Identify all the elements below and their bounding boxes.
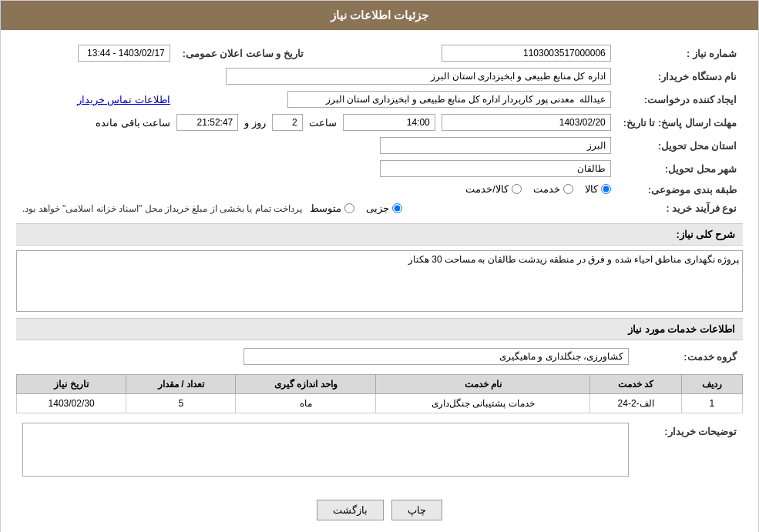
gorohe-khadamat-table: گروه خدمت:	[16, 345, 743, 368]
ostan-input[interactable]	[380, 137, 611, 154]
radio-kala: کالا	[585, 183, 611, 195]
page-title: جزئیات اطلاعات نیاز	[331, 8, 428, 22]
ostan-label: استان محل تحویل:	[617, 134, 743, 157]
radio-khadamat: خدمت	[533, 183, 573, 195]
tarikh-value	[16, 42, 176, 65]
row-ijad-konande: ایجاد کننده درخواست: اطلاعات تماس خریدار	[16, 88, 743, 111]
sharh-kolli-section: شرح کلی نیاز:	[16, 223, 743, 312]
print-button[interactable]: چاپ	[391, 500, 442, 520]
main-container: جزئیات اطلاعات نیاز شماره نیاز : تاریخ و…	[0, 0, 759, 532]
nam-dastgah-value	[16, 65, 617, 88]
saat-mande-label: ساعت باقی مانده	[96, 117, 170, 129]
table-row: 1 الف-2-24 خدمات پشتیبانی جنگل‌داری ماه …	[17, 394, 743, 413]
roz-o-label: روز و	[244, 117, 265, 129]
content-area: شماره نیاز : تاریخ و ساعت اعلان عمومی: ن…	[1, 30, 758, 532]
shahr-input[interactable]	[380, 160, 611, 177]
row-nam-dastgah: نام دستگاه خریدار:	[16, 65, 743, 88]
gorohe-khadamat-value	[16, 345, 635, 368]
saat-label: ساعت	[309, 117, 337, 129]
gorohe-khadamat-label: گروه خدمت:	[635, 345, 743, 368]
date-input[interactable]	[442, 114, 611, 131]
page-header: جزئیات اطلاعات نیاز	[1, 1, 758, 30]
nooe-farayand-label: نوع فرآیند خرید :	[617, 199, 743, 217]
th-nam: نام خدمت	[376, 375, 590, 394]
th-radif: ردیف	[681, 375, 742, 394]
radio-jozi: جزیی	[366, 202, 402, 214]
tosihaat-label: توضیحات خریدار:	[635, 420, 743, 482]
shomare-niaz-input[interactable]	[442, 45, 611, 62]
row-tabaqe: طبقه بندی موضوعی: کالا/خدمت خدمت کالا	[16, 180, 743, 199]
tosihaat-textarea[interactable]	[22, 423, 629, 477]
tabaqe-label: طبقه بندی موضوعی:	[617, 180, 743, 199]
tabaqe-options: کالا/خدمت خدمت کالا	[16, 180, 617, 199]
shomare-niaz-value	[310, 42, 617, 65]
sharh-kolli-textarea[interactable]	[16, 250, 743, 312]
khadamat-table: ردیف کد خدمت نام خدمت واحد اندازه گیری ت…	[16, 374, 743, 413]
info-table: شماره نیاز : تاریخ و ساعت اعلان عمومی: ن…	[16, 42, 743, 217]
footer-buttons: چاپ بازگشت	[16, 488, 743, 532]
sharh-kolli-title: شرح کلی نیاز:	[16, 223, 743, 246]
nooe-farayand-radio-group: متوسط جزیی	[310, 202, 402, 214]
radio-jozi-label: جزیی	[366, 202, 389, 214]
radio-kala-label: کالا	[585, 183, 598, 195]
row-tosihaat: توضیحات خریدار:	[16, 420, 743, 482]
tarikh-label: تاریخ و ساعت اعلان عمومی:	[176, 42, 310, 65]
tabaqe-radio-group: کالا/خدمت خدمت کالا	[465, 183, 610, 195]
ostan-value	[16, 134, 617, 157]
tosihaat-table: توضیحات خریدار:	[16, 420, 743, 482]
radio-jozi-input[interactable]	[392, 203, 402, 213]
cell-kod: الف-2-24	[590, 394, 681, 413]
radio-kala-khadamat: کالا/خدمت	[465, 183, 521, 195]
cell-radif: 1	[681, 394, 742, 413]
row-shomare-tarikh: شماره نیاز : تاریخ و ساعت اعلان عمومی:	[16, 42, 743, 65]
table-head: ردیف کد خدمت نام خدمت واحد اندازه گیری ت…	[17, 375, 743, 394]
th-tarikh: تاریخ نیاز	[17, 375, 126, 394]
khadamat-section-title: اطلاعات خدمات مورد نیاز	[16, 318, 743, 340]
cell-tedad: 5	[126, 394, 236, 413]
sharh-kolli-label: شرح کلی نیاز:	[676, 229, 735, 240]
shahr-value	[16, 157, 617, 180]
shomare-niaz-label: شماره نیاز :	[617, 42, 743, 65]
radio-motavasset-input[interactable]	[344, 203, 354, 213]
cell-tarikh: 1403/02/30	[17, 394, 126, 413]
cell-nam: خدمات پشتیبانی جنگل‌داری	[376, 394, 590, 413]
radio-kala-input[interactable]	[601, 184, 611, 194]
th-vahed: واحد اندازه گیری	[236, 375, 376, 394]
ijad-konande-label: ایجاد کننده درخواست:	[617, 88, 743, 111]
row-nooe-farayand: نوع فرآیند خرید : پرداخت تمام یا بخشی از…	[16, 199, 743, 217]
back-button[interactable]: بازگشت	[317, 500, 384, 520]
cell-vahed: ماه	[236, 394, 376, 413]
shahr-label: شهر محل تحویل:	[617, 157, 743, 180]
nam-dastgah-input[interactable]	[226, 68, 611, 85]
saat-value-input[interactable]	[343, 114, 435, 131]
th-tedad: تعداد / مقدار	[126, 375, 236, 394]
mohlat-value: ساعت باقی مانده روز و ساعت	[16, 111, 617, 134]
radio-khadamat-input[interactable]	[563, 184, 573, 194]
tosihaat-section: توضیحات خریدار:	[16, 420, 743, 482]
row-gorohe-khadamat: گروه خدمت:	[16, 345, 743, 368]
mohlat-label: مهلت ارسال پاسخ: تا تاریخ:	[617, 111, 743, 134]
radio-motavasset: متوسط	[310, 202, 354, 214]
tosihaat-value	[16, 420, 635, 482]
row-shahr: شهر محل تحویل:	[16, 157, 743, 180]
table-header-row: ردیف کد خدمت نام خدمت واحد اندازه گیری ت…	[17, 375, 743, 394]
ijad-konande-value	[176, 88, 617, 111]
nooe-farayand-value: پرداخت تمام یا بخشی از مبلغ خریداز محل "…	[16, 199, 617, 217]
nooe-farayand-note: پرداخت تمام یا بخشی از مبلغ خریداز محل "…	[22, 203, 302, 214]
radio-khadamat-label: خدمت	[533, 183, 560, 195]
ijad-konande-input[interactable]	[287, 91, 611, 108]
radio-motavasset-label: متوسط	[310, 202, 341, 214]
gorohe-khadamat-input[interactable]	[243, 348, 629, 365]
table-body: 1 الف-2-24 خدمات پشتیبانی جنگل‌داری ماه …	[17, 394, 743, 413]
sharh-kolli-content	[16, 250, 743, 312]
row-ostan: استان محل تحویل:	[16, 134, 743, 157]
radio-kala-khadamat-label: کالا/خدمت	[465, 183, 508, 195]
nam-dastgah-label: نام دستگاه خریدار:	[617, 65, 743, 88]
tarikh-input[interactable]	[78, 45, 170, 62]
ettelaat-tamas-link[interactable]: اطلاعات تماس خریدار	[77, 95, 170, 105]
saat-mande-input[interactable]	[176, 114, 238, 131]
roz-input[interactable]	[272, 114, 303, 131]
th-kod: کد خدمت	[590, 375, 681, 394]
radio-kala-khadamat-input[interactable]	[512, 184, 522, 194]
row-mohlat: مهلت ارسال پاسخ: تا تاریخ: ساعت باقی مان…	[16, 111, 743, 134]
